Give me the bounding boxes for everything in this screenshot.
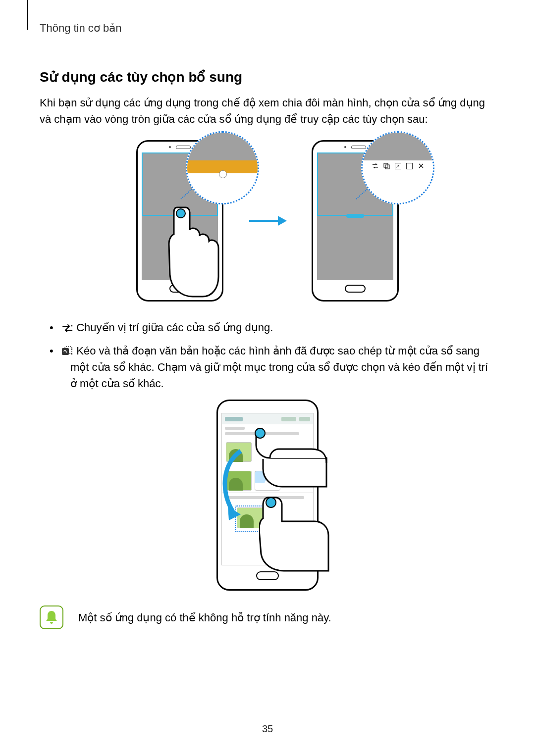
svg-rect-4 (385, 165, 389, 169)
figure-drag-drop (40, 400, 495, 591)
svg-rect-3 (384, 163, 388, 167)
svg-marker-2 (278, 216, 287, 226)
swap-windows-icon (61, 321, 73, 330)
maximize-icon (406, 163, 413, 169)
svg-point-9 (266, 498, 276, 507)
close-x-icon (418, 163, 424, 169)
magnifier-left (186, 131, 259, 204)
list-item-text: : Chuyển vị trí giữa các cửa sổ ứng dụng… (70, 321, 273, 334)
svg-point-8 (255, 428, 265, 438)
svg-point-0 (176, 209, 185, 218)
expand-icon (395, 163, 401, 169)
drag-arrow-icon (221, 448, 249, 527)
hand-pointer-icon (252, 423, 331, 493)
drag-content-icon (383, 163, 390, 169)
swap-windows-icon (372, 163, 378, 169)
hand-pointer-icon (167, 204, 221, 299)
breadcrumb: Thông tin cơ bản (40, 20, 495, 36)
svg-rect-5 (62, 348, 69, 355)
note-text: Một số ứng dụng có thể không hỗ trợ tính… (78, 605, 331, 626)
svg-marker-7 (228, 506, 241, 520)
split-toolbar-icon (346, 214, 364, 218)
section-title: Sử dụng các tùy chọn bổ sung (40, 67, 495, 88)
list-item: : Chuyển vị trí giữa các cửa sổ ứng dụng… (40, 319, 495, 336)
manual-page: Thông tin cơ bản Sử dụng các tùy chọn bổ… (0, 0, 535, 756)
page-number: 35 (0, 721, 535, 736)
note-box: Một số ứng dụng có thể không hỗ trợ tính… (40, 605, 495, 629)
option-list: : Chuyển vị trí giữa các cửa sổ ứng dụng… (40, 319, 495, 392)
notice-bell-icon (40, 605, 63, 629)
margin-rule (27, 0, 28, 30)
home-button-icon (256, 571, 279, 580)
arrow-right-icon (248, 214, 287, 227)
intro-paragraph: Khi bạn sử dụng các ứng dụng trong chế đ… (40, 95, 495, 127)
split-handle-dot-icon (219, 170, 227, 178)
list-item-text: : Kéo và thả đoạn văn bản hoặc các hình … (70, 345, 488, 390)
magnifier-right (361, 131, 434, 204)
phone-mock-left-wrap (136, 140, 223, 302)
drag-content-icon (61, 344, 73, 353)
figure-split-view (40, 140, 495, 302)
hand-pointer-icon (259, 493, 338, 572)
list-item: : Kéo và thả đoạn văn bản hoặc các hình … (40, 343, 495, 392)
phone-mock-right-wrap (312, 140, 399, 302)
home-button-icon (345, 285, 366, 293)
